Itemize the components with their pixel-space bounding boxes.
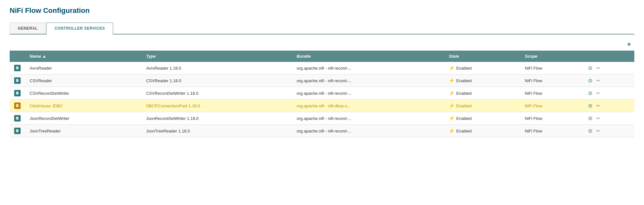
tab-general[interactable]: GENERAL <box>10 23 46 34</box>
service-type: AvroReader 1.18.0 <box>141 62 292 74</box>
service-type: JsonTreeReader 1.18.0 <box>141 125 292 137</box>
service-bundle: org.apache.nifi - nifi-record-... <box>292 87 444 100</box>
service-icon: 🗎 <box>14 90 21 96</box>
service-icon: 🗎 <box>14 77 21 84</box>
service-icon-cell: 🗎 <box>10 74 25 87</box>
service-bundle: org.apache.nifi - nifi-record-... <box>292 74 444 87</box>
service-scope: NiFi Flow <box>520 100 583 112</box>
col-header-actions <box>583 51 634 62</box>
col-header-icon <box>10 51 25 62</box>
service-icon: 🗎 <box>14 128 21 134</box>
table-row[interactable]: 🗎JsonTreeReaderJsonTreeReader 1.18.0org.… <box>10 125 634 137</box>
configure-icon[interactable]: ⚙ <box>588 128 592 134</box>
state-label: Enabled <box>456 129 472 133</box>
table-row[interactable]: 🗎CSVReaderCSVReader 1.18.0org.apache.nif… <box>10 74 634 87</box>
state-label: Enabled <box>456 91 472 96</box>
service-name: JsonTreeReader <box>25 125 141 137</box>
service-state: ⚡Enabled <box>444 74 520 87</box>
add-service-button[interactable]: + <box>627 41 631 48</box>
delete-icon[interactable]: ✂ <box>596 128 600 133</box>
service-type: DBCPConnectionPool 1.18.0 <box>141 100 292 112</box>
service-icon-cell: 🗎 <box>10 62 25 74</box>
enabled-icon: ⚡ <box>449 115 455 121</box>
service-scope: NiFi Flow <box>520 125 583 137</box>
table-row[interactable]: 🗎ClickHouse JDBCDBCPConnectionPool 1.18.… <box>10 100 634 112</box>
col-header-scope: Scope <box>520 51 583 62</box>
configure-icon[interactable]: ⚙ <box>588 103 592 109</box>
service-actions: ⚙✂ <box>583 87 634 100</box>
service-actions: ⚙✂ <box>583 112 634 125</box>
state-label: Enabled <box>456 66 472 71</box>
state-label: Enabled <box>456 116 472 121</box>
delete-icon[interactable]: ✂ <box>596 103 600 108</box>
tabs-bar: GENERAL CONTROLLER SERVICES <box>10 23 634 34</box>
state-label: Enabled <box>456 78 472 83</box>
service-state: ⚡Enabled <box>444 62 520 74</box>
service-scope: NiFi Flow <box>520 62 583 74</box>
service-icon-cell: 🗎 <box>10 125 25 137</box>
service-bundle: org.apache.nifi - nifi-record-... <box>292 125 444 137</box>
enabled-icon: ⚡ <box>449 78 455 83</box>
service-icon: 🗎 <box>14 65 21 71</box>
service-type: CSVReader 1.18.0 <box>141 74 292 87</box>
service-state: ⚡Enabled <box>444 87 520 100</box>
tab-controller-services[interactable]: CONTROLLER SERVICES <box>46 23 113 34</box>
service-state: ⚡Enabled <box>444 100 520 112</box>
page-container: NiFi Flow Configuration GENERAL CONTROLL… <box>0 0 644 205</box>
service-name: JsonRecordSetWriter <box>25 112 141 125</box>
service-actions: ⚙✂ <box>583 74 634 87</box>
service-icon-cell: 🗎 <box>10 112 25 125</box>
service-bundle: org.apache.nifi - nifi-record-... <box>292 62 444 74</box>
configure-icon[interactable]: ⚙ <box>588 115 592 122</box>
service-state: ⚡Enabled <box>444 125 520 137</box>
delete-icon[interactable]: ✂ <box>596 116 600 121</box>
delete-icon[interactable]: ✂ <box>596 78 600 83</box>
service-bundle: org.apache.nifi - nifi-record-... <box>292 112 444 125</box>
table-row[interactable]: 🗎AvroReaderAvroReader 1.18.0org.apache.n… <box>10 62 634 74</box>
service-name: CSVRecordSetWriter <box>25 87 141 100</box>
services-table: Name ▲ Type Bundle State Scope 🗎AvroRead… <box>10 51 634 137</box>
configure-icon[interactable]: ⚙ <box>588 65 592 71</box>
enabled-icon: ⚡ <box>449 90 455 96</box>
col-header-state: State <box>444 51 520 62</box>
table-row[interactable]: 🗎CSVRecordSetWriterCSVRecordSetWriter 1.… <box>10 87 634 100</box>
delete-icon[interactable]: ✂ <box>596 91 600 96</box>
page-title: NiFi Flow Configuration <box>10 6 634 15</box>
enabled-icon: ⚡ <box>449 65 455 71</box>
service-type: CSVRecordSetWriter 1.18.0 <box>141 87 292 100</box>
service-icon-cell: 🗎 <box>10 87 25 100</box>
state-label: Enabled <box>456 103 472 108</box>
service-state: ⚡Enabled <box>444 112 520 125</box>
table-row[interactable]: 🗎JsonRecordSetWriterJsonRecordSetWriter … <box>10 112 634 125</box>
service-bundle: org.apache.nifi - nifi-dbcp-s... <box>292 100 444 112</box>
service-icon: 🗎 <box>14 115 21 122</box>
delete-icon[interactable]: ✂ <box>596 65 600 71</box>
service-name: AvroReader <box>25 62 141 74</box>
toolbar: + <box>10 41 634 48</box>
enabled-icon: ⚡ <box>449 128 455 134</box>
service-name: ClickHouse JDBC <box>25 100 141 112</box>
service-icon: 🗎 <box>14 102 21 109</box>
configure-icon[interactable]: ⚙ <box>588 78 592 84</box>
enabled-icon: ⚡ <box>449 103 455 109</box>
table-header-row: Name ▲ Type Bundle State Scope <box>10 51 634 62</box>
col-header-bundle: Bundle <box>292 51 444 62</box>
service-name: CSVReader <box>25 74 141 87</box>
service-actions: ⚙✂ <box>583 125 634 137</box>
service-scope: NiFi Flow <box>520 87 583 100</box>
service-actions: ⚙✂ <box>583 62 634 74</box>
col-header-name[interactable]: Name ▲ <box>25 51 141 62</box>
service-scope: NiFi Flow <box>520 112 583 125</box>
configure-icon[interactable]: ⚙ <box>588 90 592 96</box>
service-type: JsonRecordSetWriter 1.18.0 <box>141 112 292 125</box>
col-header-type: Type <box>141 51 292 62</box>
service-icon-cell: 🗎 <box>10 100 25 112</box>
service-scope: NiFi Flow <box>520 74 583 87</box>
service-actions: ⚙✂ <box>583 100 634 112</box>
